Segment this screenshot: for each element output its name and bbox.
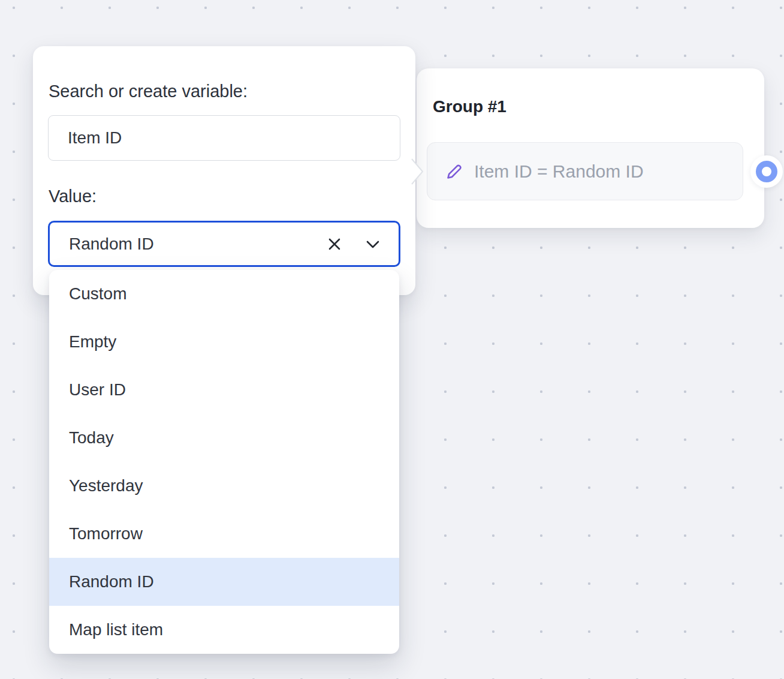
output-port-ring [756, 161, 777, 182]
clear-icon[interactable] [324, 234, 345, 254]
option-label: Random ID [69, 572, 154, 591]
popover-tail-chevron [411, 158, 426, 188]
condition-text: Item ID = Random ID [474, 161, 644, 182]
value-label: Value: [49, 187, 97, 206]
group-title: Group #1 [433, 97, 506, 116]
condition-chip[interactable]: Item ID = Random ID [427, 142, 743, 200]
pencil-icon [445, 162, 464, 181]
chevron-down-icon[interactable] [363, 234, 383, 254]
option-label: Empty [69, 332, 116, 351]
variable-popover: Search or create variable: Value: Random… [33, 46, 415, 295]
option-map-list-item[interactable]: Map list item [49, 606, 399, 654]
option-label: Tomorrow [69, 524, 143, 543]
option-today[interactable]: Today [49, 414, 399, 462]
search-or-create-label: Search or create variable: [49, 82, 248, 101]
variable-search-input[interactable] [48, 115, 400, 161]
value-select[interactable]: Random ID [48, 221, 400, 267]
option-custom[interactable]: Custom [49, 270, 399, 318]
option-tomorrow[interactable]: Tomorrow [49, 510, 399, 558]
option-user-id[interactable]: User ID [49, 366, 399, 414]
value-options-dropdown: Custom Empty User ID Today Yesterday Tom… [49, 270, 399, 654]
option-yesterday[interactable]: Yesterday [49, 462, 399, 510]
option-random-id[interactable]: Random ID [49, 558, 399, 606]
option-empty[interactable]: Empty [49, 318, 399, 366]
option-label: Custom [69, 284, 126, 304]
group-node-card: Group #1 Item ID = Random ID [417, 68, 764, 228]
workflow-canvas: Search or create variable: Value: Random… [0, 0, 784, 679]
output-port[interactable] [750, 155, 783, 188]
option-label: Map list item [69, 620, 163, 639]
option-label: User ID [69, 380, 126, 399]
option-label: Today [69, 428, 114, 447]
value-select-current: Random ID [69, 235, 324, 254]
option-label: Yesterday [69, 476, 143, 495]
